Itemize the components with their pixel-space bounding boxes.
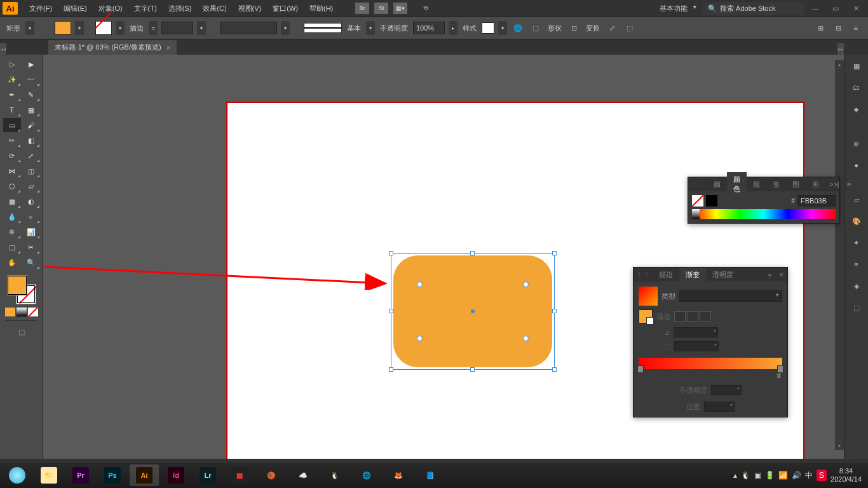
- corner-widget-nw[interactable]: [417, 281, 423, 287]
- taskbar-app-lightroom[interactable]: Lr: [193, 464, 222, 486]
- menu-select[interactable]: 选择(S): [163, 1, 197, 16]
- brushes-panel-icon[interactable]: ♣: [849, 102, 864, 117]
- tray-qq-icon[interactable]: 🐧: [741, 471, 750, 480]
- color-panel[interactable]: ⋮⋮ 颜 颜色 颜 资 图 画 >>| ≡ #: [688, 177, 840, 224]
- panel-grip[interactable]: ⋮⋮: [634, 271, 653, 279]
- taskbar-clock[interactable]: 8:34 2020/4/14: [831, 467, 862, 484]
- shaper-tool[interactable]: ✏: [3, 133, 21, 147]
- zoom-tool[interactable]: 🔍: [22, 255, 40, 269]
- resize-handle-ne[interactable]: [552, 251, 557, 255]
- opacity-dropdown[interactable]: ▸: [449, 21, 458, 35]
- taskbar-app-10[interactable]: ☁️: [288, 464, 318, 486]
- tray-expand-icon[interactable]: ▴: [733, 471, 737, 480]
- panel-collapse[interactable]: «: [764, 271, 775, 278]
- appearance-panel-icon[interactable]: ●: [849, 158, 864, 173]
- panel-stroke-swatch[interactable]: [706, 195, 717, 207]
- resize-handle-s[interactable]: [470, 367, 475, 372]
- rotate-tool[interactable]: ⟳: [3, 149, 21, 163]
- stop-opacity-select[interactable]: [711, 385, 742, 395]
- menu-help[interactable]: 帮助(H): [304, 1, 338, 16]
- tab-5[interactable]: 图: [786, 177, 806, 192]
- stroke-swatch[interactable]: [95, 21, 112, 35]
- gradient-fill-stroke[interactable]: [639, 309, 653, 323]
- tab-3[interactable]: 颜: [747, 177, 766, 192]
- arrange-icon[interactable]: ▦▾: [393, 3, 407, 14]
- screen-mode-tool[interactable]: ⬚: [13, 325, 31, 339]
- shape-button[interactable]: 形状: [548, 24, 562, 33]
- rightdock-collapse-handle[interactable]: ▸▸: [837, 43, 844, 55]
- variable-width-input[interactable]: [220, 22, 277, 34]
- gradient-slider[interactable]: [639, 358, 782, 369]
- artboard-tool[interactable]: ▢: [3, 240, 21, 254]
- taskbar-app-browser[interactable]: [3, 464, 32, 486]
- tab-gradient[interactable]: 渐变: [679, 268, 706, 282]
- taskbar-app-illustrator[interactable]: Ai: [130, 464, 159, 486]
- workspace-switcher[interactable]: 基本功能: [653, 2, 698, 15]
- fill-color-box[interactable]: [8, 276, 27, 295]
- stroke-label[interactable]: 描边: [130, 24, 144, 33]
- stroke-align-2[interactable]: [687, 311, 698, 322]
- resize-handle-se[interactable]: [552, 367, 557, 372]
- type-tool[interactable]: T: [3, 103, 21, 117]
- tab-stroke[interactable]: 描边: [653, 268, 679, 282]
- scale-tool[interactable]: ⤢: [22, 149, 40, 163]
- stroke-weight-stepper[interactable]: ≎: [149, 21, 158, 35]
- slice-tool[interactable]: ✂: [22, 240, 40, 254]
- hand-tool[interactable]: ✋: [3, 255, 21, 269]
- free-transform-tool[interactable]: ◫: [22, 164, 40, 178]
- menu-view[interactable]: 视图(V): [233, 1, 267, 16]
- tray-app-icon[interactable]: ▣: [754, 471, 761, 480]
- stroke-weight-input[interactable]: [161, 22, 193, 34]
- pen-tool[interactable]: ✒: [3, 88, 21, 102]
- stop-location-select[interactable]: [704, 402, 735, 412]
- taskbar-app-explorer[interactable]: 📁: [34, 464, 64, 486]
- gradient-panel[interactable]: ⋮⋮ 描边 渐变 透明度 « × 类型 描边 ⊿ ⬚: [633, 267, 788, 417]
- stroke-align-3[interactable]: [700, 311, 711, 322]
- taskbar-app-qq[interactable]: 🐧: [320, 464, 349, 486]
- stroke-align-1[interactable]: [674, 311, 686, 322]
- perspective-tool[interactable]: ▱: [22, 179, 40, 193]
- gradient-type-select[interactable]: [679, 290, 782, 302]
- tab-close-icon[interactable]: ×: [166, 44, 170, 51]
- menu-file[interactable]: 文件(F): [24, 1, 57, 16]
- curvature-tool[interactable]: ✎: [22, 88, 40, 102]
- opacity-input[interactable]: [413, 22, 445, 34]
- transform-button[interactable]: 变换: [586, 24, 600, 33]
- none-mode-icon[interactable]: [28, 308, 38, 316]
- shape-type-dropdown[interactable]: ▾: [25, 21, 34, 35]
- paintbrush-tool[interactable]: 🖌: [22, 118, 40, 132]
- symbols-panel-icon[interactable]: ✦: [849, 235, 864, 250]
- panel-menu-icon[interactable]: ≡: [849, 22, 863, 34]
- corner-widget-ne[interactable]: [523, 281, 529, 287]
- gradient-mode-icon[interactable]: [17, 308, 27, 316]
- style-dropdown[interactable]: ▾: [498, 21, 507, 35]
- recolor-icon[interactable]: 🌐: [511, 22, 525, 34]
- tray-ime-icon[interactable]: 中: [805, 470, 813, 481]
- gpu-icon[interactable]: ⟲: [419, 3, 433, 14]
- brush-preview[interactable]: [304, 23, 342, 33]
- resize-handle-w[interactable]: [389, 309, 393, 313]
- resize-handle-e[interactable]: [552, 309, 557, 313]
- menu-window[interactable]: 窗口(W): [268, 1, 303, 16]
- tray-sogou-icon[interactable]: S: [817, 470, 827, 481]
- taskbar-app-13[interactable]: 🦊: [384, 464, 413, 486]
- eraser-tool[interactable]: ◧: [22, 133, 40, 147]
- maximize-button[interactable]: ▭: [826, 2, 845, 15]
- search-stock[interactable]: 🔍搜索 Adobe Stock: [703, 2, 804, 15]
- aspect-select[interactable]: [674, 341, 719, 351]
- pref-icon-1[interactable]: ⊞: [813, 22, 827, 34]
- taskbar-app-indesign[interactable]: Id: [161, 464, 191, 486]
- layers-panel-icon[interactable]: ◈: [849, 278, 864, 294]
- corner-widget-se[interactable]: [523, 336, 529, 341]
- graph-tool[interactable]: 📊: [22, 225, 40, 239]
- selection-tool[interactable]: ▷: [3, 57, 21, 71]
- menu-effect[interactable]: 效果(C): [198, 1, 231, 16]
- vertical-scrollbar[interactable]: ▴▾: [835, 60, 844, 450]
- corner-widget-sw[interactable]: [417, 336, 423, 341]
- resize-handle-n[interactable]: [470, 251, 475, 255]
- artboards-panel-icon[interactable]: ⬚: [849, 300, 864, 315]
- system-tray[interactable]: ▴ 🐧 ▣ 🔋 📶 🔊 中 S 8:34 2020/4/14: [733, 467, 865, 484]
- panel-fill-swatch[interactable]: [692, 195, 703, 207]
- taskbar-app-8[interactable]: ▦: [225, 464, 254, 486]
- brush-dropdown[interactable]: ▾: [366, 21, 375, 35]
